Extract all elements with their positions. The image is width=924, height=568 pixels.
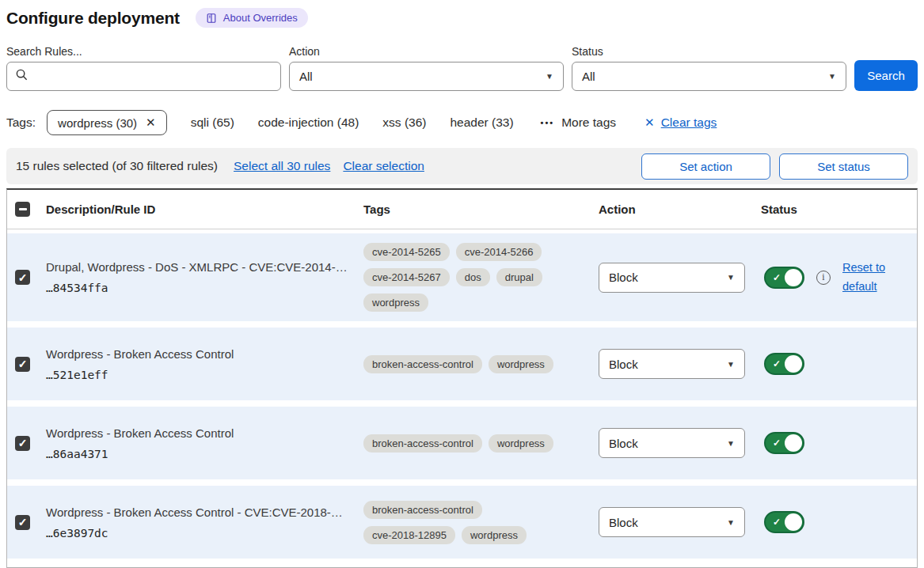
about-overrides-badge[interactable]: About Overrides [196, 8, 308, 28]
rule-action-value: Block [609, 516, 638, 529]
rule-id: …521e1eff [46, 369, 363, 381]
selection-bar: 15 rules selected (of 30 filtered rules)… [6, 148, 918, 184]
status-filter-value: All [582, 70, 595, 83]
selected-tag-chip-wordpress[interactable]: wordpress (30) ✕ [47, 110, 167, 135]
chevron-down-icon: ▼ [727, 360, 735, 369]
status-toggle-on[interactable]: ✓ [764, 267, 804, 289]
rule-description-cell: Drupal, Wordpress - DoS - XMLRPC - CVE:C… [46, 260, 363, 294]
rules-table: Description/Rule ID Tags Action Status ✓… [6, 188, 918, 568]
check-mark: ✓ [18, 517, 28, 528]
clear-tags-label: Clear tags [661, 115, 717, 130]
tag-pill: cve-2014-5266 [456, 243, 542, 261]
status-toggle-on[interactable]: ✓ [764, 432, 804, 454]
rule-tags: broken-access-controlwordpress [363, 434, 569, 453]
rule-description: Wordpress - Broken Access Control - CVE:… [46, 506, 363, 519]
more-tags-label: More tags [561, 115, 616, 130]
search-input-wrap[interactable] [6, 62, 281, 91]
check-mark: ✓ [773, 273, 781, 282]
chevron-down-icon: ▼ [727, 273, 735, 282]
status-toggle-on[interactable]: ✓ [764, 353, 804, 375]
tag-option-header[interactable]: header (33) [450, 115, 513, 130]
tag-pill: broken-access-control [363, 434, 482, 453]
rule-action-value: Block [609, 437, 638, 450]
tag-option-code-injection[interactable]: code-injection (48) [258, 115, 359, 130]
reset-to-default-link[interactable]: Reset to default [842, 259, 893, 297]
set-action-button[interactable]: Set action [641, 153, 770, 180]
rule-description-cell: Wordpress - Broken Access Control …521e1… [46, 347, 363, 381]
select-all-checkbox[interactable] [15, 202, 30, 217]
rule-description-cell: Wordpress - Broken Access Control …86aa4… [46, 426, 363, 460]
action-filter-select[interactable]: All ▼ [289, 62, 564, 91]
configure-deployment-page: Configure deployment About Overrides Sea… [0, 0, 924, 568]
page-title: Configure deployment [6, 9, 180, 28]
rule-description-cell: Wordpress - Broken Access Control - CVE:… [46, 506, 363, 540]
row-checkbox[interactable]: ✓ [15, 515, 30, 530]
row-checkbox[interactable]: ✓ [15, 357, 30, 372]
row-checkbox[interactable]: ✓ [15, 436, 30, 451]
tag-pill: wordpress [489, 434, 553, 453]
search-rules-label: Search Rules... [6, 45, 281, 58]
search-button[interactable]: Search [854, 60, 918, 91]
info-icon[interactable]: i [816, 271, 831, 285]
tag-pill: dos [456, 268, 490, 286]
column-header-description: Description/Rule ID [46, 203, 363, 216]
tag-pill: wordpress [462, 526, 527, 544]
clear-selection-link[interactable]: Clear selection [343, 159, 424, 173]
tag-pill: broken-access-control [363, 501, 482, 519]
rule-action-select[interactable]: Block ▼ [599, 507, 745, 537]
chevron-down-icon: ▼ [727, 518, 735, 527]
book-icon [206, 13, 217, 24]
toggle-knob [785, 355, 802, 373]
more-tags-button[interactable]: ••• More tags [541, 115, 616, 130]
column-header-status: Status [761, 203, 917, 216]
tag-option-xss[interactable]: xss (36) [382, 115, 426, 130]
toggle-knob [785, 513, 802, 531]
table-body: ✓ Drupal, Wordpress - DoS - XMLRPC - CVE… [7, 233, 917, 559]
check-mark: ✓ [18, 272, 28, 283]
x-icon: ✕ [645, 115, 655, 130]
toggle-knob [785, 434, 802, 452]
rule-description: Wordpress - Broken Access Control [46, 426, 363, 440]
rule-action-value: Block [609, 358, 638, 371]
tags-label: Tags: [6, 115, 36, 130]
tag-option-sqli[interactable]: sqli (65) [191, 115, 234, 130]
search-input[interactable] [35, 70, 272, 83]
rule-description: Wordpress - Broken Access Control [46, 347, 363, 361]
selected-tag-label: wordpress (30) [58, 116, 137, 130]
rule-status-cell: ✓ [761, 432, 917, 454]
action-filter-field: Action All ▼ [289, 45, 564, 91]
filters-row: Search Rules... Action All ▼ Status [6, 45, 918, 91]
rule-action-select[interactable]: Block ▼ [599, 349, 745, 379]
tag-pill: drupal [496, 268, 542, 286]
status-filter-select[interactable]: All ▼ [572, 62, 846, 91]
rule-action-select[interactable]: Block ▼ [599, 263, 745, 293]
rule-action-select[interactable]: Block ▼ [599, 428, 745, 458]
select-all-rules-link[interactable]: Select all 30 rules [234, 159, 330, 173]
check-mark: ✓ [18, 358, 28, 369]
check-mark: ✓ [18, 437, 28, 449]
table-header-row: Description/Rule ID Tags Action Status [7, 190, 917, 229]
status-filter-label: Status [572, 45, 846, 58]
tag-pill: wordpress [489, 355, 553, 373]
rule-status-cell: ✓ [761, 353, 917, 375]
rule-description: Drupal, Wordpress - DoS - XMLRPC - CVE:C… [46, 260, 363, 274]
rule-tags: broken-access-controlwordpress [363, 355, 569, 373]
search-rules-field: Search Rules... [6, 45, 281, 91]
column-header-action: Action [599, 203, 761, 216]
about-overrides-label: About Overrides [223, 12, 298, 24]
status-filter-field: Status All ▼ [572, 45, 846, 91]
rule-id: …86aa4371 [46, 448, 363, 460]
tag-pill: cve-2018-12895 [363, 526, 455, 544]
tag-pill: cve-2014-5265 [363, 243, 450, 261]
table-row: ✓ Wordpress - Broken Access Control - CV… [7, 486, 917, 559]
remove-tag-x-icon[interactable]: ✕ [146, 115, 156, 130]
ellipsis-icon: ••• [541, 118, 555, 127]
tags-bar: Tags: wordpress (30) ✕ sqli (65) code-in… [6, 110, 918, 135]
status-toggle-on[interactable]: ✓ [764, 511, 804, 533]
row-checkbox[interactable]: ✓ [15, 270, 30, 285]
tag-pill: cve-2014-5267 [363, 268, 450, 286]
rule-id: …84534ffa [46, 282, 363, 294]
set-status-button[interactable]: Set status [779, 153, 908, 180]
clear-tags-link[interactable]: ✕ Clear tags [645, 115, 717, 130]
tag-options: sqli (65) code-injection (48) xss (36) h… [167, 115, 514, 130]
